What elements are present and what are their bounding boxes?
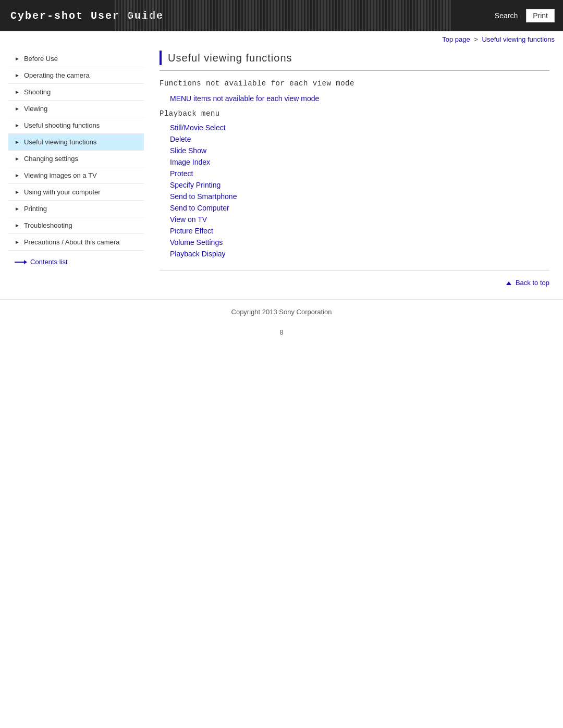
playback-link-1[interactable]: Delete: [160, 133, 549, 145]
breadcrumb-separator: >: [474, 35, 478, 43]
sidebar-item-using-computer[interactable]: ► Using with your computer: [8, 184, 144, 201]
sidebar-item-changing-settings[interactable]: ► Changing settings: [8, 151, 144, 167]
playback-link-5[interactable]: Specify Printing: [160, 179, 549, 191]
back-to-top: Back to top: [160, 270, 549, 289]
sidebar-item-viewing[interactable]: ► Viewing: [8, 101, 144, 117]
chevron-right-icon: ►: [15, 206, 20, 212]
sidebar: ► Before Use ► Operating the camera ► Sh…: [8, 51, 144, 289]
page-number: 8: [0, 324, 563, 340]
header-stripes: [115, 0, 500, 31]
playback-link-2[interactable]: Slide Show: [160, 145, 549, 156]
sidebar-item-before-use[interactable]: ► Before Use: [8, 51, 144, 67]
breadcrumb: Top page > Useful viewing functions: [0, 31, 563, 45]
section1-title: Functions not available for each view mo…: [160, 79, 549, 88]
back-to-top-link[interactable]: Back to top: [506, 279, 549, 287]
main-layout: ► Before Use ► Operating the camera ► Sh…: [0, 45, 563, 294]
sidebar-item-useful-shooting-functions[interactable]: ► Useful shooting functions: [8, 117, 144, 134]
sidebar-item-useful-viewing-functions[interactable]: ► Useful viewing functions: [8, 134, 144, 151]
playback-link-11[interactable]: Playback Display: [160, 248, 549, 260]
playback-link-4[interactable]: Protect: [160, 168, 549, 179]
sidebar-item-printing[interactable]: ► Printing: [8, 201, 144, 217]
header: Cyber-shot User Guide: [0, 0, 563, 31]
sidebar-item-viewing-on-tv[interactable]: ► Viewing images on a TV: [8, 167, 144, 184]
playback-link-7[interactable]: Send to Computer: [160, 202, 549, 214]
arrow-right-icon: [15, 260, 27, 265]
copyright-text: Copyright 2013 Sony Corporation: [231, 308, 332, 316]
playback-link-0[interactable]: Still/Movie Select: [160, 122, 549, 133]
chevron-right-icon: ►: [15, 56, 20, 61]
search-button[interactable]: Search: [491, 9, 522, 22]
footer: Copyright 2013 Sony Corporation: [0, 299, 563, 324]
triangle-up-icon: [506, 281, 511, 285]
heading-bar: [160, 51, 162, 65]
header-actions: Search Print: [491, 0, 563, 31]
breadcrumb-top-link[interactable]: Top page: [442, 35, 470, 43]
section2-title: Playback menu: [160, 109, 549, 118]
chevron-right-icon: ►: [15, 122, 20, 128]
chevron-right-icon: ►: [15, 189, 20, 195]
chevron-right-icon: ►: [15, 239, 20, 245]
menu-items-link[interactable]: MENU items not available for each view m…: [160, 93, 549, 104]
playback-link-10[interactable]: Volume Settings: [160, 237, 549, 248]
playback-link-3[interactable]: Image Index: [160, 156, 549, 168]
chevron-right-icon: ►: [15, 72, 20, 78]
playback-link-9[interactable]: Picture Effect: [160, 225, 549, 237]
playback-link-8[interactable]: View on TV: [160, 214, 549, 225]
chevron-right-icon: ►: [15, 156, 20, 162]
chevron-right-icon: ►: [15, 89, 20, 95]
sidebar-item-precautions[interactable]: ► Precautions / About this camera: [8, 234, 144, 251]
sidebar-item-shooting[interactable]: ► Shooting: [8, 84, 144, 101]
contents-list-link[interactable]: Contents list: [8, 251, 144, 268]
chevron-right-icon: ►: [15, 139, 20, 145]
chevron-right-icon: ►: [15, 106, 20, 112]
chevron-right-icon: ►: [15, 223, 20, 228]
chevron-right-icon: ►: [15, 172, 20, 178]
print-button[interactable]: Print: [526, 9, 555, 22]
page-heading: Useful viewing functions: [160, 51, 549, 71]
playback-link-6[interactable]: Send to Smartphone: [160, 191, 549, 202]
page-title: Useful viewing functions: [168, 52, 292, 64]
content-area: Useful viewing functions Functions not a…: [154, 51, 555, 289]
sidebar-item-troubleshooting[interactable]: ► Troubleshooting: [8, 217, 144, 234]
breadcrumb-current-link[interactable]: Useful viewing functions: [482, 35, 555, 43]
sidebar-item-operating-camera[interactable]: ► Operating the camera: [8, 67, 144, 84]
